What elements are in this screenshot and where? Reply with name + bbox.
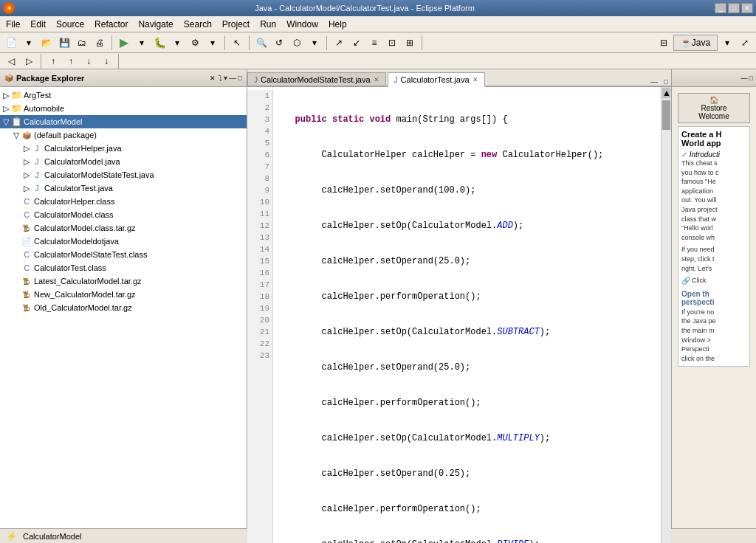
nav4[interactable]: ↓ (98, 53, 114, 69)
tree-item-calculatormodeldotjava[interactable]: ▷ 📄 CalculatorModeldotjava (0, 235, 247, 248)
editor-max-btn[interactable]: □ (661, 77, 671, 86)
ext-dropdown[interactable]: ▾ (205, 35, 221, 51)
nav1[interactable]: ↑ (45, 53, 61, 69)
search-icon[interactable]: 🔍 (253, 35, 269, 51)
tree-item-calculatormodelstatetest-class[interactable]: ▷ C CalculatorModelStateTest.class (0, 248, 247, 261)
maximize-view[interactable]: ⤢ (737, 35, 753, 51)
tab-calculatortest[interactable]: J CalculatorTest.java ✕ (388, 72, 485, 87)
scrollbar-up-btn[interactable]: ▲ (662, 88, 670, 98)
menu-window[interactable]: Window (282, 18, 323, 31)
perspective-button[interactable]: ☕ Java (673, 35, 718, 51)
tree-item-calculatormodelstatetest-java[interactable]: ▷ J CalculatorModelStateTest.java (0, 168, 247, 181)
right-sidebar: — □ 🏠 RestoreWelcome Create a HWorld app… (671, 69, 756, 528)
folder-icon: 📁 (10, 103, 22, 114)
project-icon: 📋 (10, 116, 22, 128)
print-button[interactable]: 🖨 (92, 35, 108, 51)
pe-minimize-btn[interactable]: — (229, 74, 236, 82)
new-dropdown[interactable]: ▾ (21, 35, 37, 51)
tab-close-icon[interactable]: ✕ (472, 76, 478, 83)
menu-edit[interactable]: Edit (26, 18, 50, 31)
tree-item-calculatortest-class[interactable]: ▷ C CalculatorTest.class (0, 261, 247, 274)
tool5[interactable]: ⊞ (402, 35, 418, 51)
tree-item-new-tgz[interactable]: ▷ 🗜 New_CalculatorModel.tar.gz (0, 288, 247, 301)
code-area[interactable]: 1 2 3 4 5 6 7 8 9 10 11 12 13 14 (247, 87, 661, 543)
editor-min-btn[interactable]: — (647, 77, 661, 86)
debug-dropdown[interactable]: ▾ (169, 35, 185, 51)
check-icon: ✓ (681, 151, 687, 159)
code-line: calcHelper.setOp(CalculatorModel.SUBTRAC… (279, 326, 655, 338)
tab-close-icon[interactable]: ✕ (374, 76, 379, 83)
back-button[interactable]: ◁ (3, 53, 19, 69)
save-button[interactable]: 💾 (56, 35, 72, 51)
rs-max-btn[interactable]: □ (749, 75, 753, 82)
menu-refactor[interactable]: Refactor (90, 18, 132, 31)
tree-item-calculatormodel-java[interactable]: ▷ J CalculatorModel.java (0, 155, 247, 168)
code-line: calcHelper.setOperand(25.0); (279, 362, 655, 373)
code-line: CalculatorHelper calcHelper = new Calcul… (279, 149, 655, 161)
perspective-dropdown[interactable]: ▾ (719, 35, 735, 51)
rs-min-btn[interactable]: — (741, 75, 748, 82)
maximize-button[interactable]: □ (728, 3, 740, 13)
sep7 (118, 54, 119, 69)
tree-item-calculatormodel[interactable]: ▽ 📋 CalculatorModel (0, 115, 247, 128)
menu-run[interactable]: Run (255, 18, 281, 31)
code-line: calcHelper.setOp(CalculatorModel.ADD); (279, 220, 655, 232)
nav3[interactable]: ↓ (80, 53, 97, 69)
tree-item-calculatorhelper-java[interactable]: ▷ J CalculatorHelper.java (0, 142, 247, 155)
nav2[interactable]: ↑ (63, 53, 79, 69)
pe-collapse-btn[interactable]: ⤵ (219, 74, 222, 82)
menu-source[interactable]: Source (52, 18, 89, 31)
save2-button[interactable]: 🗂 (74, 35, 90, 51)
tree-item-calculatortest-java[interactable]: ▷ J CalculatorTest.java (0, 181, 247, 195)
share2-button[interactable]: ↙ (348, 35, 365, 51)
layout-button[interactable]: ⊟ (656, 35, 672, 51)
tree-item-calculatorhelper-class[interactable]: ▷ C CalculatorHelper.class (0, 195, 247, 208)
menu-navigate[interactable]: Navigate (134, 18, 177, 31)
menu-file[interactable]: File (1, 18, 24, 31)
tree-item-default-package[interactable]: ▽ 📦 (default package) (0, 128, 247, 142)
expand-icon: ▷ (24, 184, 31, 193)
close-button[interactable]: ✕ (741, 3, 753, 13)
title-bar-controls[interactable]: _ □ ✕ (715, 3, 753, 13)
tab-calculatormodelstatetest[interactable]: J CalculatorModelStateTest.java ✕ (247, 72, 386, 86)
tool2-dropdown[interactable]: ▾ (306, 35, 323, 51)
ext-tools[interactable]: ⚙ (187, 35, 203, 51)
tool1[interactable]: ⬡ (289, 35, 305, 51)
code-line: calcHelper.setOperand(0.25); (279, 468, 655, 480)
tree-item-old-tgz[interactable]: ▷ 🗜 Old_CalculatorModel.tar.gz (0, 301, 247, 314)
tree-item-latest-tgz[interactable]: ▷ 🗜 Latest_CalculatorModel.tar.gz (0, 274, 247, 288)
sep6 (41, 54, 41, 69)
share-button[interactable]: ↗ (331, 35, 347, 51)
refresh-button[interactable]: ↺ (271, 35, 287, 51)
tree-item-argtest[interactable]: ▷ 📁 ArgTest (0, 89, 247, 102)
run-dropdown[interactable]: ▾ (134, 35, 150, 51)
pe-tree[interactable]: ▷ 📁 ArgTest ▷ 📁 Automobile ▽ 📋 Calculato… (0, 87, 247, 528)
forward-button[interactable]: ▷ (21, 53, 37, 69)
tool3[interactable]: ≡ (366, 35, 382, 51)
click-section: 🔗 Click (681, 276, 746, 286)
cursor-tool[interactable]: ↖ (229, 35, 245, 51)
scrollbar-thumb[interactable] (662, 100, 670, 130)
menu-help[interactable]: Help (324, 18, 351, 31)
click-label[interactable]: Click (692, 276, 707, 286)
minimize-button[interactable]: _ (715, 3, 726, 13)
pe-maximize-btn[interactable]: □ (238, 74, 242, 82)
expand-icon: ▷ (24, 157, 31, 167)
scrollbar-track[interactable] (662, 99, 671, 543)
tree-item-calculatormodel-class[interactable]: ▷ C CalculatorModel.class (0, 208, 247, 221)
pe-header: 📦 Package Explorer ✕ ⤵ ▾ — □ (0, 69, 247, 87)
full-editor: J CalculatorModelStateTest.java ✕ J Calc… (247, 69, 671, 543)
restore-welcome-button[interactable]: 🏠 RestoreWelcome (678, 93, 750, 123)
tree-item-calculatormodel-class-tgz[interactable]: ▷ 🗜 CalculatorModel.class.tar.gz (0, 221, 247, 235)
run-button[interactable]: ▶ (116, 35, 132, 51)
menu-project[interactable]: Project (218, 18, 254, 31)
tool4[interactable]: ⊡ (384, 35, 400, 51)
pe-menu-btn[interactable]: ▾ (224, 74, 227, 82)
new-button[interactable]: 📄 (3, 35, 19, 51)
tree-label: CalculatorModeldotjava (34, 237, 119, 246)
tree-item-automobile[interactable]: ▷ 📁 Automobile (0, 102, 247, 115)
editor-vscrollbar[interactable]: ▲ ▼ (661, 87, 671, 543)
debug-button[interactable]: 🐛 (151, 35, 168, 51)
menu-search[interactable]: Search (179, 18, 216, 31)
open-button[interactable]: 📂 (38, 35, 55, 51)
